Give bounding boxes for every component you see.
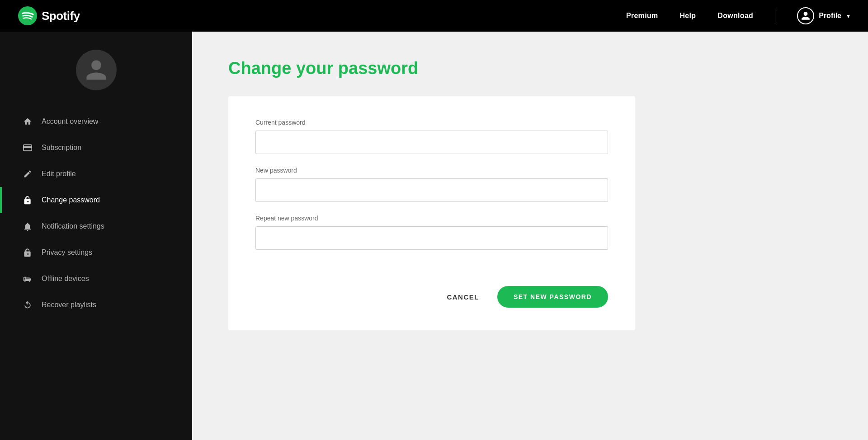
user-icon: [801, 11, 811, 21]
sidebar-item-offline-devices[interactable]: Offline devices: [0, 266, 192, 292]
avatar-icon: [84, 58, 108, 82]
page-title: Change your password: [228, 59, 832, 78]
sidebar-item-change-password-label: Change password: [42, 196, 100, 204]
new-password-group: New password: [255, 167, 608, 202]
chevron-down-icon: ▾: [847, 12, 850, 19]
lock-icon-2: [23, 248, 33, 257]
nav-divider: [775, 9, 775, 22]
logo-text: Spotify: [42, 9, 80, 23]
profile-label: Profile: [819, 12, 841, 20]
avatar: [76, 50, 117, 90]
bell-icon: [23, 221, 33, 231]
nav-links: Premium Help Download Profile ▾: [626, 7, 850, 24]
sidebar-item-recover-playlists[interactable]: Recover playlists: [0, 292, 192, 318]
current-password-group: Current password: [255, 119, 608, 154]
sidebar-item-recover-playlists-label: Recover playlists: [42, 301, 96, 309]
recover-icon: [23, 300, 33, 310]
sidebar-item-offline-devices-label: Offline devices: [42, 275, 89, 283]
sidebar-item-notification-settings[interactable]: Notification settings: [0, 213, 192, 239]
current-password-label: Current password: [255, 119, 608, 126]
download-link[interactable]: Download: [717, 12, 753, 20]
sidebar-item-privacy-settings[interactable]: Privacy settings: [0, 239, 192, 266]
pencil-icon: [23, 169, 33, 179]
help-link[interactable]: Help: [679, 12, 696, 20]
sidebar-item-account-overview[interactable]: Account overview: [0, 108, 192, 135]
sidebar-nav-menu: Account overview Subscription: [0, 108, 192, 318]
svg-rect-2: [24, 146, 32, 148]
profile-icon: [797, 7, 814, 24]
sidebar-item-subscription[interactable]: Subscription: [0, 135, 192, 161]
sidebar-item-account-overview-label: Account overview: [42, 117, 98, 126]
sidebar-item-edit-profile[interactable]: Edit profile: [0, 161, 192, 187]
profile-area[interactable]: Profile ▾: [797, 7, 850, 24]
premium-link[interactable]: Premium: [626, 12, 658, 20]
sidebar-item-privacy-settings-label: Privacy settings: [42, 248, 92, 257]
lock-icon: [23, 195, 33, 205]
avatar-area: [76, 50, 117, 90]
card-icon: [23, 143, 33, 153]
sidebar-item-notification-settings-label: Notification settings: [42, 222, 104, 230]
top-navigation: Spotify Premium Help Download Profile ▾: [0, 0, 868, 32]
logo-area: Spotify: [18, 6, 626, 25]
current-password-input[interactable]: [255, 131, 608, 154]
home-icon: [23, 117, 33, 126]
spotify-logo-icon: [18, 6, 37, 25]
sidebar-item-change-password[interactable]: Change password: [0, 187, 192, 213]
set-new-password-button[interactable]: SET NEW PASSWORD: [497, 286, 608, 308]
form-actions: CANCEL SET NEW PASSWORD: [255, 272, 608, 308]
sidebar-item-subscription-label: Subscription: [42, 144, 81, 152]
sidebar: Account overview Subscription: [0, 32, 192, 440]
sidebar-item-edit-profile-label: Edit profile: [42, 170, 76, 178]
repeat-password-group: Repeat new password: [255, 215, 608, 250]
change-password-form-card: Current password New password Repeat new…: [228, 96, 635, 330]
repeat-password-label: Repeat new password: [255, 215, 608, 222]
repeat-password-input[interactable]: [255, 226, 608, 250]
new-password-label: New password: [255, 167, 608, 174]
cancel-button[interactable]: CANCEL: [447, 293, 479, 301]
main-layout: Account overview Subscription: [0, 32, 868, 440]
main-content: Change your password Current password Ne…: [192, 32, 868, 440]
devices-icon: [23, 274, 33, 284]
new-password-input[interactable]: [255, 178, 608, 202]
